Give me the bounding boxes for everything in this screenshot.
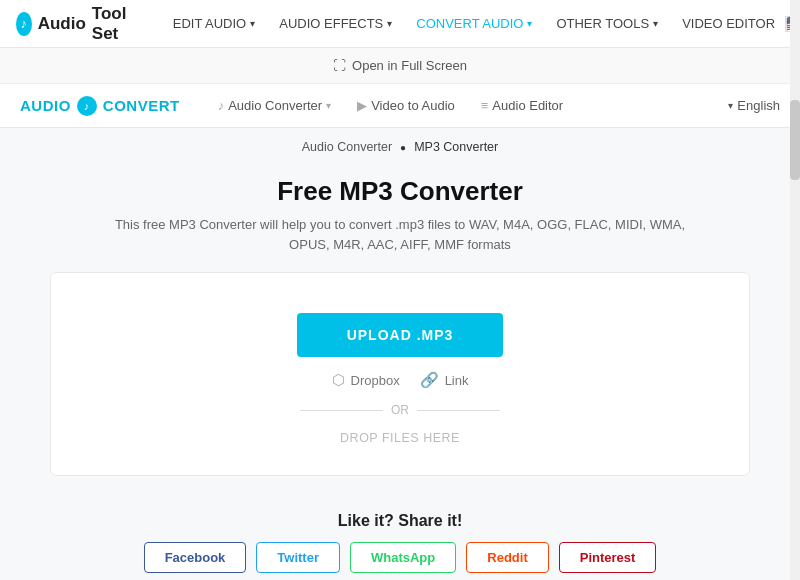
scrollbar-thumb[interactable]: [790, 100, 800, 180]
main-content: Audio Converter ● MP3 Converter Free MP3…: [0, 128, 800, 580]
upload-box: UPLOAD .MP3 ⬡ Dropbox 🔗 Link OR DROP FIL…: [50, 272, 750, 476]
convert-audio-caret-icon: ▾: [527, 18, 532, 29]
lang-caret-icon: ▾: [728, 100, 733, 111]
link-icon: 🔗: [420, 371, 439, 389]
dropbox-option[interactable]: ⬡ Dropbox: [332, 371, 400, 389]
share-buttons: Facebook Twitter WhatsApp Reddit Pintere…: [20, 542, 780, 573]
dropbox-icon: ⬡: [332, 371, 345, 389]
share-section: Like it? Share it! Facebook Twitter What…: [20, 494, 780, 580]
share-whatsapp-button[interactable]: WhatsApp: [350, 542, 456, 573]
fullscreen-bar[interactable]: ⛶ Open in Full Screen: [0, 48, 800, 84]
scrollbar-track[interactable]: [790, 0, 800, 580]
share-reddit-button[interactable]: Reddit: [466, 542, 548, 573]
second-nav: AUDIO ♪ CONVERT ♪ Audio Converter ▾ ▶ Vi…: [0, 84, 800, 128]
or-text: OR: [391, 403, 409, 417]
breadcrumb-parent[interactable]: Audio Converter: [302, 140, 392, 154]
language-label: English: [737, 98, 780, 113]
page-wrapper: ♪ Audio Tool Set EDIT AUDIO ▾ AUDIO EFFE…: [0, 0, 800, 580]
nav-edit-audio[interactable]: EDIT AUDIO ▾: [163, 10, 265, 37]
nav-video-editor[interactable]: VIDEO EDITOR: [672, 10, 785, 37]
logo-suffix: Tool Set: [92, 4, 135, 44]
share-title: Like it? Share it!: [20, 512, 780, 530]
other-tools-caret-icon: ▾: [653, 18, 658, 29]
link-label: Link: [445, 373, 469, 388]
logo[interactable]: ♪ Audio Tool Set: [16, 4, 135, 44]
audio-converter-icon: ♪: [218, 98, 225, 113]
top-nav: ♪ Audio Tool Set EDIT AUDIO ▾ AUDIO EFFE…: [0, 0, 800, 48]
breadcrumb-separator: ●: [400, 142, 406, 153]
breadcrumb: Audio Converter ● MP3 Converter: [20, 128, 780, 160]
language-selector[interactable]: ▾ English: [728, 98, 780, 113]
logo-text: Audio: [38, 14, 86, 34]
nav-audio-effects[interactable]: AUDIO EFFECTS ▾: [269, 10, 402, 37]
audio-converter-caret-icon: ▾: [326, 100, 331, 111]
video-to-audio-icon: ▶: [357, 98, 367, 113]
audio-convert-logo[interactable]: AUDIO ♪ CONVERT: [20, 96, 180, 116]
second-nav-video-to-audio[interactable]: ▶ Video to Audio: [347, 93, 465, 118]
audio-convert-logo-audio: AUDIO: [20, 97, 71, 114]
audio-convert-logo-convert: CONVERT: [103, 97, 180, 114]
logo-icon: ♪: [16, 12, 32, 36]
nav-other-tools[interactable]: OTHER TOOLS ▾: [546, 10, 668, 37]
share-twitter-button[interactable]: Twitter: [256, 542, 340, 573]
second-nav-audio-editor[interactable]: ≡ Audio Editor: [471, 93, 573, 118]
audio-convert-logo-icon: ♪: [77, 96, 97, 116]
nav-links: EDIT AUDIO ▾ AUDIO EFFECTS ▾ CONVERT AUD…: [163, 10, 785, 37]
audio-effects-caret-icon: ▾: [387, 18, 392, 29]
edit-audio-caret-icon: ▾: [250, 18, 255, 29]
dropbox-label: Dropbox: [351, 373, 400, 388]
share-facebook-button[interactable]: Facebook: [144, 542, 247, 573]
fullscreen-label: Open in Full Screen: [352, 58, 467, 73]
page-subtitle: This free MP3 Converter will help you to…: [100, 215, 700, 254]
second-nav-links: ♪ Audio Converter ▾ ▶ Video to Audio ≡ A…: [208, 93, 729, 118]
share-pinterest-button[interactable]: Pinterest: [559, 542, 657, 573]
breadcrumb-current: MP3 Converter: [414, 140, 498, 154]
upload-options: ⬡ Dropbox 🔗 Link: [332, 371, 469, 389]
drop-files-label: DROP FILES HERE: [340, 431, 460, 445]
fullscreen-icon: ⛶: [333, 58, 346, 73]
page-title: Free MP3 Converter: [20, 160, 780, 215]
upload-button[interactable]: UPLOAD .MP3: [297, 313, 504, 357]
or-divider: OR: [300, 403, 500, 417]
link-option[interactable]: 🔗 Link: [420, 371, 469, 389]
second-nav-audio-converter[interactable]: ♪ Audio Converter ▾: [208, 93, 341, 118]
nav-convert-audio[interactable]: CONVERT AUDIO ▾: [406, 10, 542, 37]
audio-editor-icon: ≡: [481, 98, 489, 113]
